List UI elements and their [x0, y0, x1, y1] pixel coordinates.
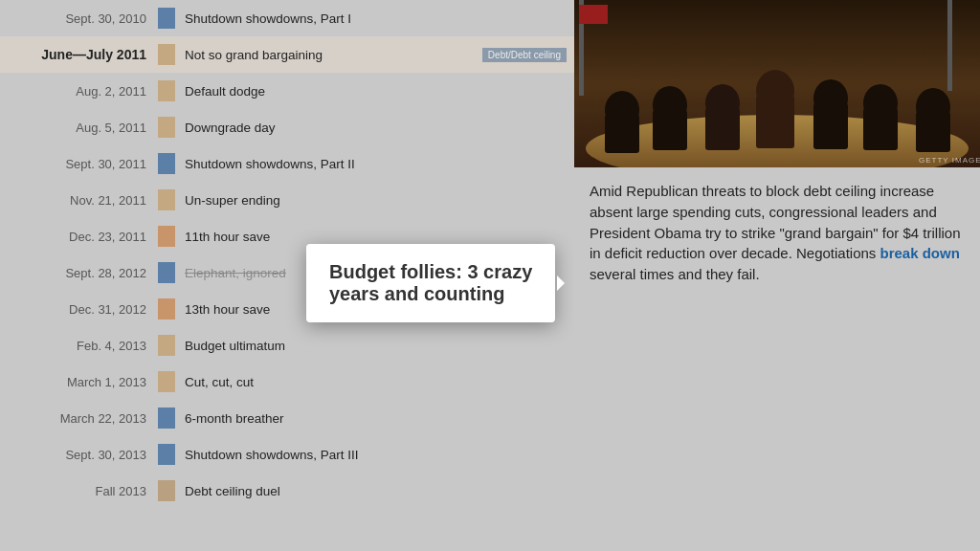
date-11: March 22, 2013: [19, 411, 158, 426]
date-6: Dec. 23, 2011: [19, 230, 158, 244]
photo-container: GETTY IMAGES: [574, 0, 980, 167]
timeline-row-12[interactable]: Sept. 30, 2013 Shutdown showdowns, Part …: [0, 436, 574, 473]
color-block-1: [158, 44, 175, 65]
color-block-11: [158, 408, 175, 429]
timeline-row-4[interactable]: Sept. 30, 2011 Shutdown showdowns, Part …: [0, 145, 574, 182]
left-panel: Sept. 30, 2010 Shutdown showdowns, Part …: [0, 0, 574, 551]
color-block-5: [158, 189, 175, 210]
timeline-row-9[interactable]: Feb. 4, 2013 Budget ultimatum: [0, 327, 574, 364]
date-0: Sept. 30, 2010: [19, 11, 158, 26]
timeline-row-1[interactable]: June—July 2011 Not so grand bargaining D…: [0, 36, 574, 73]
timeline-row-2[interactable]: Aug. 2, 2011 Default dodge: [0, 73, 574, 109]
date-8: Dec. 31, 2012: [19, 302, 158, 317]
color-block-8: [158, 298, 175, 320]
date-4: Sept. 30, 2011: [19, 157, 158, 171]
color-block-4: [158, 153, 175, 174]
color-block-3: [158, 117, 175, 138]
date-12: Sept. 30, 2013: [19, 448, 158, 462]
timeline-row-3[interactable]: Aug. 5, 2011 Downgrade day: [0, 109, 574, 145]
event-5: Un-super ending: [185, 193, 574, 208]
timeline-row-13[interactable]: Fall 2013 Debt ceiling duel: [0, 473, 574, 509]
date-1: June—July 2011: [19, 47, 158, 62]
date-5: Nov. 21, 2011: [19, 193, 158, 208]
color-block-13: [158, 480, 175, 501]
color-block-9: [158, 335, 175, 356]
color-block-7: [158, 262, 175, 283]
timeline-row-11[interactable]: March 22, 2013 6-month breather: [0, 400, 574, 436]
article-highlight[interactable]: break down: [880, 245, 960, 261]
event-12: Shutdown showdowns, Part III: [185, 448, 574, 462]
event-9: Budget ultimatum: [185, 339, 574, 353]
debt-tag: Debt/Debt ceiling: [482, 48, 567, 62]
tooltip-text: Budget follies: 3 crazyyears and countin…: [329, 261, 532, 304]
color-block-2: [158, 80, 175, 101]
event-0: Shutdown showdowns, Part I: [185, 11, 574, 26]
event-3: Downgrade day: [185, 121, 574, 135]
date-3: Aug. 5, 2011: [19, 121, 158, 135]
svg-text:GETTY IMAGES: GETTY IMAGES: [919, 156, 980, 165]
date-2: Aug. 2, 2011: [19, 84, 158, 99]
svg-rect-25: [574, 0, 980, 167]
color-block-12: [158, 444, 175, 465]
meeting-photo: GETTY IMAGES: [574, 0, 980, 167]
tooltip-popup: Budget follies: 3 crazyyears and countin…: [306, 244, 555, 322]
timeline-row-10[interactable]: March 1, 2013 Cut, cut, cut: [0, 364, 574, 400]
right-panel: GETTY IMAGES Amid Republican threats to …: [574, 0, 980, 551]
event-6: 11th hour save: [185, 230, 574, 244]
main-container: Sept. 30, 2010 Shutdown showdowns, Part …: [0, 0, 980, 551]
color-block-0: [158, 8, 175, 29]
event-10: Cut, cut, cut: [185, 375, 574, 389]
article-text: Amid Republican threats to block debt ce…: [574, 167, 980, 298]
date-7: Sept. 28, 2012: [19, 266, 158, 280]
date-13: Fall 2013: [19, 484, 158, 498]
date-9: Feb. 4, 2013: [19, 339, 158, 353]
timeline-row-0[interactable]: Sept. 30, 2010 Shutdown showdowns, Part …: [0, 0, 574, 36]
event-4: Shutdown showdowns, Part II: [185, 157, 574, 171]
event-11: 6-month breather: [185, 411, 574, 426]
color-block-6: [158, 226, 175, 247]
event-13: Debt ceiling duel: [185, 484, 574, 498]
event-2: Default dodge: [185, 84, 574, 99]
article-text-part2: several times and they fail.: [590, 266, 760, 282]
date-10: March 1, 2013: [19, 375, 158, 389]
timeline-row-5[interactable]: Nov. 21, 2011 Un-super ending: [0, 182, 574, 218]
event-1: Not so grand bargaining: [185, 48, 482, 62]
color-block-10: [158, 371, 175, 392]
